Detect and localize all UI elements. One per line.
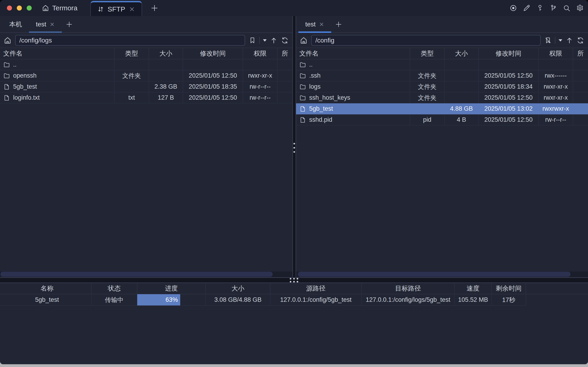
home-directory-icon[interactable] [4,36,11,44]
file-owner-cell [277,70,292,81]
column-header-size[interactable]: 大小 [149,48,183,59]
left-file-table: 文件名类型大小修改时间权限所 ..openssh文件夹2025/01/05 12… [0,48,292,103]
column-header-mtime[interactable]: 修改时间 [183,48,243,59]
transfer-header-speed[interactable]: 速度 [455,283,492,294]
local-pane: 本机test [0,16,292,277]
tab-close-icon[interactable] [49,22,55,27]
new-pane-tab-button[interactable] [331,16,346,32]
file-size-cell: 4.88 GB [444,103,478,114]
file-icon [3,94,10,101]
home-directory-icon[interactable] [300,36,307,44]
file-row-..[interactable]: .. [0,59,292,70]
minimize-window-button[interactable] [17,6,22,11]
folder-icon [299,83,306,90]
column-header-mtime[interactable]: 修改时间 [478,48,539,59]
transfer-header-size[interactable]: 大小 [206,283,270,294]
file-size-cell: 4 B [444,114,478,125]
home-tab[interactable]: Termora [42,4,77,12]
file-row-5gb_test[interactable]: 5gb_test2.38 GB2025/01/05 18:35rw-r--r-- [0,81,292,92]
file-row-.ssh[interactable]: .ssh文件夹2025/01/05 12:50rwx------ [296,70,588,81]
transfer-header-filler [526,283,588,294]
refresh-icon[interactable] [577,36,584,44]
tab-test[interactable]: test [29,16,62,32]
parent-directory-icon[interactable] [565,36,573,44]
bookmark-icon[interactable] [249,37,256,44]
file-icon [3,83,10,90]
refresh-icon[interactable] [281,36,289,44]
transfer-speed-cell: 105.52 MB [455,294,492,306]
file-name-cell: logs [296,81,410,92]
keychain-icon[interactable] [549,4,558,12]
bookmark-dropdown-icon[interactable] [559,39,562,42]
file-name: loginfo.txt [13,94,40,101]
file-name-cell: .ssh [296,70,410,81]
right-pathbar [296,33,588,48]
left-hscroll-thumb[interactable] [0,272,273,277]
column-header-owner[interactable]: 所 [573,48,588,59]
right-path-input[interactable] [311,35,541,46]
transfer-panel: 名称状态进度大小源路径目标路径速度剩余时间 5gb_test传输中63%3.08… [0,283,588,364]
column-header-perms[interactable]: 权限 [539,48,573,59]
edit-icon[interactable] [522,4,531,12]
record-icon[interactable] [509,4,518,12]
search-icon[interactable] [562,4,571,12]
bookmark-off-icon[interactable] [544,37,552,44]
tab-本机[interactable]: 本机 [2,16,29,32]
file-mtime-cell: 2025/01/05 12:50 [478,92,539,103]
file-row-ssh_host_keys[interactable]: ssh_host_keys文件夹2025/01/05 12:50rwxr-xr-… [296,92,588,103]
key-icon[interactable] [536,4,544,12]
column-header-name[interactable]: 文件名 [296,48,410,59]
close-window-button[interactable] [7,6,12,11]
file-row-loginfo.txt[interactable]: loginfo.txttxt127 B2025/01/05 12:50rw-r-… [0,92,292,103]
file-row-sshd.pid[interactable]: sshd.pidpid4 B2025/01/05 12:50rw-r--r-- [296,114,588,125]
tab-close-icon[interactable] [319,22,324,27]
file-perms-cell: rwxr-xr-x [539,92,573,103]
column-header-type[interactable]: 类型 [410,48,444,59]
settings-icon[interactable] [576,4,584,12]
file-size-cell: 127 B [149,92,183,103]
file-row-..[interactable]: .. [296,59,588,70]
transfer-header-eta[interactable]: 剩余时间 [492,283,526,294]
file-row-5gb_test[interactable]: 5gb_test4.88 GB2025/01/05 13:02rwxrwxr-x [296,103,588,114]
transfer-header-source[interactable]: 源路径 [270,283,362,294]
right-table-header: 文件名类型大小修改时间权限所 [296,48,588,59]
column-header-size[interactable]: 大小 [444,48,478,59]
zoom-window-button[interactable] [27,6,32,11]
tab-sftp[interactable]: SFTP [90,1,142,16]
file-row-logs[interactable]: logs文件夹2025/01/05 18:34rwxr-xr-x [296,81,588,92]
pane-splitter[interactable] [292,16,296,277]
tab-close-icon[interactable] [129,6,135,12]
parent-directory-icon[interactable] [270,36,278,44]
file-name: .ssh [309,72,321,79]
folder-icon [3,61,10,68]
new-tab-button[interactable] [150,4,159,12]
right-hscrollbar [296,271,588,277]
right-file-table: 文件名类型大小修改时间权限所 ...ssh文件夹2025/01/05 12:50… [296,48,588,125]
column-header-name[interactable]: 文件名 [0,48,114,59]
transfer-splitter[interactable] [0,277,588,283]
right-hscroll-thumb[interactable] [298,272,571,277]
file-name-cell: openssh [0,70,114,81]
transfer-header-name[interactable]: 名称 [0,283,92,294]
bookmark-dropdown-icon[interactable] [263,39,267,42]
column-header-perms[interactable]: 权限 [243,48,277,59]
left-path-input[interactable] [15,35,245,46]
file-owner-cell [573,81,588,92]
left-pathbar [0,33,292,48]
transfer-header-progress[interactable]: 进度 [137,283,206,294]
transfer-row-filler [526,294,588,306]
new-pane-tab-button[interactable] [62,16,77,32]
left-hscrollbar [0,271,292,277]
column-header-type[interactable]: 类型 [114,48,149,59]
file-perms-cell: rw-r--r-- [539,114,573,125]
transfer-header-target[interactable]: 目标路径 [362,283,455,294]
file-size-cell [444,81,478,92]
file-mtime-cell [478,59,539,70]
tab-test[interactable]: test [298,16,331,32]
file-row-openssh[interactable]: openssh文件夹2025/01/05 12:50rwxr-xr-x [0,70,292,81]
transfer-row-5gb_test[interactable]: 5gb_test传输中63%3.08 GB/4.88 GB127.0.0.1:/… [0,294,588,306]
file-mtime-cell: 2025/01/05 12:50 [478,70,539,81]
transfer-header-status[interactable]: 状态 [92,283,137,294]
column-header-owner[interactable]: 所 [277,48,292,59]
file-perms-cell: rwxr-xr-x [539,81,573,92]
